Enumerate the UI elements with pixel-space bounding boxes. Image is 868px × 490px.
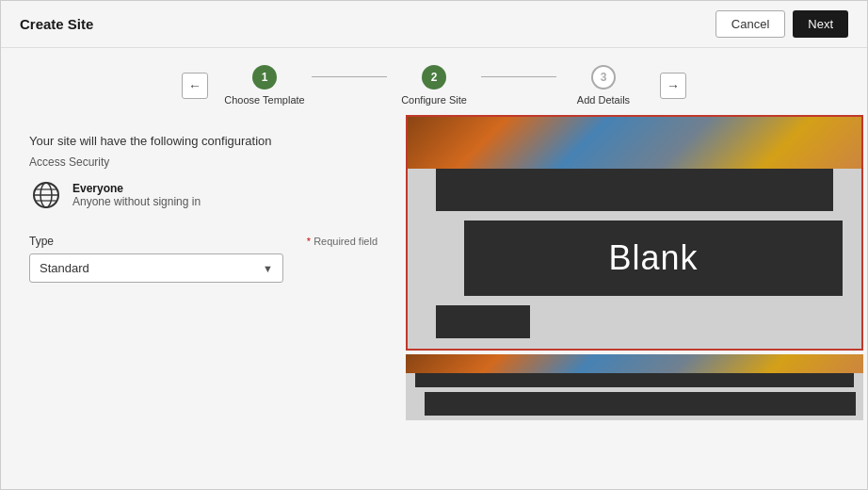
create-site-modal: Create Site Cancel Next ← 1 Choose Templ… — [0, 0, 868, 490]
type-select-value: Standard — [40, 261, 89, 275]
config-heading: Your site will have the following config… — [29, 134, 378, 148]
access-everyone: Everyone — [72, 182, 201, 195]
required-label: * Required field — [307, 236, 378, 247]
blank-template-label: Blank — [608, 238, 698, 278]
mini-template-preview — [406, 354, 863, 420]
template-header-block — [436, 169, 833, 211]
mini-top-bar — [406, 354, 863, 373]
content-area: Your site will have the following config… — [1, 115, 867, 489]
template-footer-block — [436, 305, 530, 338]
access-security-label: Access Security — [29, 155, 378, 169]
step-3-label: Add Details — [577, 94, 630, 106]
modal-title: Create Site — [20, 16, 93, 32]
stepper-prev-button[interactable]: ← — [182, 73, 208, 99]
globe-icon — [29, 178, 63, 212]
type-select-dropdown[interactable]: Standard ▼ — [29, 253, 283, 283]
step-connector-1 — [312, 76, 387, 77]
access-security-row: Everyone Anyone without signing in — [29, 178, 378, 212]
type-label-row: Type * Required field — [29, 235, 378, 248]
cancel-button[interactable]: Cancel — [715, 10, 785, 38]
template-main-block: Blank — [464, 220, 843, 296]
dropdown-arrow-icon: ▼ — [263, 263, 273, 274]
type-section: Type * Required field Standard ▼ — [29, 235, 378, 283]
step-2: 2 Configure Site — [387, 65, 481, 106]
stepper-next-button[interactable]: → — [660, 73, 686, 99]
access-text-block: Everyone Anyone without signing in — [72, 182, 201, 208]
step-2-label: Configure Site — [401, 94, 467, 106]
mini-main-block — [425, 392, 856, 416]
step-1-circle: 1 — [252, 65, 277, 90]
type-label: Type — [29, 235, 54, 248]
next-button[interactable]: Next — [793, 10, 848, 38]
chevron-right-icon: → — [667, 78, 680, 93]
step-connector-2 — [481, 76, 556, 77]
steps-row: 1 Choose Template 2 Configure Site 3 Add… — [217, 65, 651, 106]
left-panel: Your site will have the following config… — [1, 115, 406, 489]
access-desc: Anyone without signing in — [72, 195, 201, 208]
step-2-circle: 2 — [422, 65, 446, 90]
blank-template-card[interactable]: Blank — [406, 115, 863, 351]
right-panel: Blank — [406, 115, 867, 489]
chevron-left-icon: ← — [188, 78, 201, 93]
modal-header: Create Site Cancel Next — [1, 1, 867, 48]
step-1: 1 Choose Template — [217, 65, 312, 106]
blank-template-preview: Blank — [408, 117, 861, 349]
header-buttons: Cancel Next — [715, 10, 848, 38]
secondary-template-card[interactable] — [406, 354, 863, 420]
stepper: ← 1 Choose Template 2 Configure Site 3 — [1, 48, 867, 115]
step-3-circle: 3 — [591, 65, 616, 90]
template-top-bar — [408, 117, 861, 169]
step-3: 3 Add Details — [556, 65, 651, 106]
step-1-label: Choose Template — [224, 94, 304, 106]
mini-header-block — [415, 373, 854, 387]
